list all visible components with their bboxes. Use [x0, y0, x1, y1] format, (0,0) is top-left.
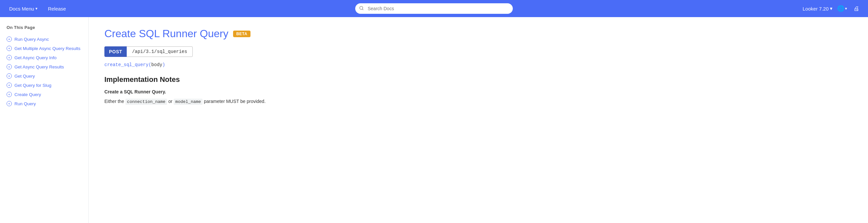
plus-icon: +: [6, 55, 12, 60]
beta-badge: BETA: [233, 31, 251, 37]
plus-icon: +: [6, 64, 12, 69]
plus-icon: +: [6, 46, 12, 51]
print-icon: 🖨: [854, 5, 860, 12]
sidebar-title: On This Page: [6, 25, 82, 30]
note-bold: Create a SQL Runner Query.: [104, 89, 368, 94]
note-middle: or: [167, 99, 174, 104]
search-bar: [355, 3, 513, 14]
sidebar-item-get-async-results[interactable]: + Get Async Query Results: [6, 62, 82, 72]
sidebar-item-label: Get Async Query Results: [14, 64, 64, 69]
release-button[interactable]: Release: [45, 4, 69, 13]
endpoint-path: /api/3.1/sql_queries: [127, 46, 193, 57]
sidebar-item-label: Run Query: [14, 101, 36, 106]
section-heading: Implementation Notes: [104, 75, 368, 84]
method-badge: POST: [104, 46, 127, 57]
header-right: Looker 7.20 ▾ 🌐 ▾ 🖨: [803, 4, 862, 13]
docs-menu-button[interactable]: Docs Menu ▾: [6, 4, 40, 13]
globe-icon: 🌐: [837, 5, 844, 12]
code-connection-name: connection_name: [125, 99, 167, 105]
sidebar-item-get-query[interactable]: + Get Query: [6, 72, 82, 81]
function-name: create_sql_query: [104, 62, 148, 67]
header-left: Docs Menu ▾ Release: [6, 4, 69, 13]
search-input[interactable]: [355, 3, 513, 14]
sidebar-item-label: Get Async Query Info: [14, 55, 57, 60]
sidebar-item-run-query-async[interactable]: + Run Query Async: [6, 34, 82, 44]
sidebar-item-label: Get Query: [14, 74, 35, 79]
open-paren: (: [148, 62, 151, 67]
sidebar-item-label: Create Query: [14, 92, 41, 97]
note-text: Either the connection_name or model_name…: [104, 98, 368, 106]
plus-icon: +: [6, 36, 12, 42]
close-paren: ): [162, 62, 165, 67]
endpoint-row: POST /api/3.1/sql_queries: [104, 46, 368, 57]
sidebar: On This Page + Run Query Async + Get Mul…: [0, 17, 89, 223]
print-button[interactable]: 🖨: [851, 4, 862, 13]
main-content: Create SQL Runner Query BETA POST /api/3…: [89, 17, 384, 223]
plus-icon: +: [6, 73, 12, 79]
sidebar-item-create-query[interactable]: + Create Query: [6, 90, 82, 99]
sidebar-item-label: Get Query for Slug: [14, 83, 52, 88]
plus-icon: +: [6, 101, 12, 106]
version-button[interactable]: Looker 7.20 ▾: [803, 6, 833, 11]
sidebar-item-run-query[interactable]: + Run Query: [6, 99, 82, 108]
docs-menu-label: Docs Menu: [9, 6, 34, 11]
search-icon: [359, 6, 364, 11]
plus-icon: +: [6, 83, 12, 88]
note-prefix: Either the: [104, 99, 125, 104]
function-param: body: [151, 62, 162, 67]
page-layout: On This Page + Run Query Async + Get Mul…: [0, 17, 868, 223]
sidebar-item-label: Get Multiple Async Query Results: [14, 46, 81, 51]
version-label: Looker 7.20: [803, 6, 829, 11]
header: Docs Menu ▾ Release Looker 7.20 ▾ 🌐 ▾ 🖨: [0, 0, 868, 17]
language-chevron-icon: ▾: [845, 6, 847, 11]
sidebar-item-get-multiple-async[interactable]: + Get Multiple Async Query Results: [6, 44, 82, 53]
version-chevron-icon: ▾: [830, 6, 833, 11]
function-signature: create_sql_query(body): [104, 62, 368, 67]
code-model-name: model_name: [174, 99, 203, 105]
note-suffix: parameter MUST be provided.: [203, 99, 266, 104]
plus-icon: +: [6, 92, 12, 97]
svg-line-1: [363, 9, 364, 10]
sidebar-item-label: Run Query Async: [14, 37, 49, 42]
page-title-row: Create SQL Runner Query BETA: [104, 28, 368, 40]
sidebar-item-get-async-info[interactable]: + Get Async Query Info: [6, 53, 82, 62]
page-title: Create SQL Runner Query: [104, 28, 228, 40]
docs-menu-chevron-icon: ▾: [35, 6, 37, 11]
sidebar-item-get-query-for-slug[interactable]: + Get Query for Slug: [6, 81, 82, 90]
language-button[interactable]: 🌐 ▾: [835, 4, 849, 13]
